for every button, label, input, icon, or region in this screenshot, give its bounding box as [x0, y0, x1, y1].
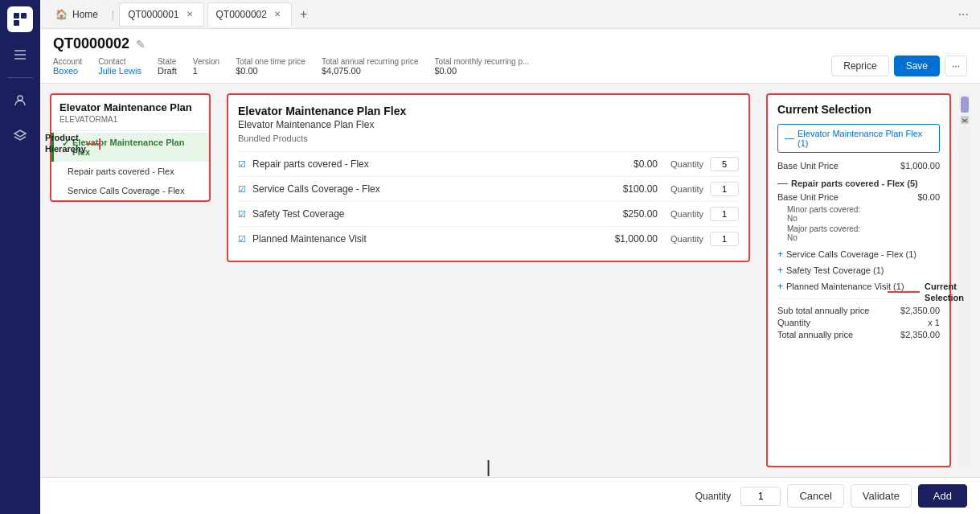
cs-repair-base-label: Base Unit Price: [777, 192, 839, 202]
option-row-repair: ☑ Repair parts covered - Flex $0.00 Quan…: [238, 151, 739, 176]
option-selection-panel: Elevator Maintenance Plan Flex Elevator …: [227, 93, 750, 262]
meta-arp-label: Total annual recurring price: [322, 57, 419, 66]
cs-main-label: Elevator Maintenance Plan Flex (1): [798, 129, 933, 148]
validate-button[interactable]: Validate: [851, 484, 912, 508]
sidebar-menu-icon[interactable]: [7, 42, 33, 68]
cs-repair-section: — Repair parts covered - Flex (5) Base U…: [777, 177, 940, 242]
option-qty-input-repair[interactable]: [710, 157, 739, 171]
meta-mrp: Total monthly recurring p... $0.00: [435, 57, 530, 76]
option-name-planned: Planned Maintenance Visit: [252, 233, 599, 245]
option-qty-label-safety: Quantity: [670, 209, 703, 219]
cs-expand-service[interactable]: + Service Calls Coverage - Flex (1): [777, 249, 940, 260]
cs-base-price-value: $1,000.00: [900, 161, 940, 171]
cs-minor-parts: Minor parts covered: No: [787, 205, 940, 223]
cs-repair-title: Repair parts covered - Flex (5): [791, 179, 918, 188]
add-button[interactable]: Add: [918, 484, 967, 508]
tab-home[interactable]: 🏠 Home: [47, 2, 107, 27]
hierarchy-divider: [51, 130, 209, 131]
content-area: Product Hierarchy Elevator Maintenance P…: [40, 84, 980, 477]
svg-rect-2: [14, 20, 19, 26]
hierarchy-flex-label: Elevator Maintenance Plan Flex: [72, 138, 201, 157]
tab-qt1-close[interactable]: ✕: [184, 9, 195, 20]
cs-subtotal-row: Sub total annually price $2,350.00: [777, 306, 940, 315]
option-qty-input-service[interactable]: [710, 182, 739, 196]
cs-title: Current Selection: [777, 103, 940, 116]
cs-total-label: Total annually price: [777, 330, 853, 339]
more-button[interactable]: ···: [945, 56, 967, 76]
cs-expand-planned-label: Planned Maintenance Visit (1): [786, 282, 904, 291]
tab-add-button[interactable]: +: [295, 6, 312, 23]
cs-qty-row: Quantity x 1: [777, 318, 940, 327]
meta-arp-value: $4,075.00: [322, 66, 419, 76]
option-qty-label-repair: Quantity: [670, 159, 703, 169]
meta-version: Version 1: [193, 57, 219, 76]
option-check-safety[interactable]: ☑: [238, 209, 246, 220]
option-check-planned[interactable]: ☑: [238, 234, 246, 245]
meta-contact: Contact Julie Lewis: [98, 57, 141, 76]
cs-qty-value: x 1: [928, 318, 940, 327]
hierarchy-service-label: Service Calls Coverage - Flex: [68, 186, 185, 195]
reprice-button[interactable]: Reprice: [831, 56, 888, 76]
bundled-label: Bundled Products: [238, 134, 739, 143]
footer: Quantity Cancel Validate Add: [40, 477, 980, 514]
footer-qty-input[interactable]: [740, 487, 781, 506]
edit-title-icon[interactable]: ✎: [136, 38, 146, 51]
tab-more-button[interactable]: ···: [953, 6, 974, 23]
meta-otp: Total one time price $0.00: [236, 57, 305, 76]
meta-otp-value: $0.00: [236, 66, 305, 76]
tab-separator-1: |: [112, 9, 114, 20]
option-check-repair[interactable]: ☑: [238, 159, 246, 170]
cancel-button[interactable]: Cancel: [787, 484, 843, 508]
meta-row: Account Boxeo Contact Julie Lewis State …: [53, 56, 967, 83]
option-row-planned: ☑ Planned Maintenance Visit $1,000.00 Qu…: [238, 226, 739, 251]
svg-point-7: [18, 96, 23, 101]
cs-plus-planned: +: [777, 281, 783, 292]
annotation-product-hierarchy: Product Hierarchy: [45, 132, 86, 155]
meta-account: Account Boxeo: [53, 57, 82, 76]
option-check-service[interactable]: ☑: [238, 184, 246, 195]
tab-qt2-close[interactable]: ✕: [272, 9, 283, 20]
option-name-repair: Repair parts covered - Flex: [252, 158, 599, 170]
svg-marker-8: [14, 130, 26, 137]
tab-qt2[interactable]: QT0000002 ✕: [207, 2, 292, 27]
tab-qt1-label: QT0000001: [128, 9, 178, 20]
main-area: 🏠 Home | QT0000001 ✕ QT0000002 ✕ + ··· Q…: [40, 0, 980, 514]
cs-total-value: $2,350.00: [900, 330, 940, 339]
hierarchy-title: Elevator Maintenance Plan: [51, 95, 209, 115]
option-row-service: ☑ Service Calls Coverage - Flex $100.00 …: [238, 176, 739, 201]
cs-plus-safety: +: [777, 265, 783, 276]
save-button[interactable]: Save: [894, 56, 940, 76]
sidebar-layers-icon[interactable]: [7, 123, 33, 149]
option-qty-input-planned[interactable]: [710, 232, 739, 246]
meta-arp: Total annual recurring price $4,075.00: [322, 57, 419, 76]
option-title: Elevator Maintenance Plan Flex: [238, 105, 739, 117]
meta-state-label: State: [158, 57, 177, 66]
option-price-safety: $250.00: [605, 208, 658, 220]
meta-state-value: Draft: [158, 66, 177, 76]
annotation-option-selection: Option Selection: [469, 460, 508, 477]
hierarchy-item-repair[interactable]: Repair parts covered - Flex: [51, 162, 209, 181]
annotation-current-selection: Current Selection: [888, 281, 964, 304]
footer-qty-label: Quantity: [695, 491, 732, 502]
tab-qt1[interactable]: QT0000001 ✕: [119, 2, 203, 27]
tab-qt2-label: QT0000002: [216, 9, 267, 20]
scroll-icon-pin[interactable]: [961, 116, 969, 124]
cs-qty-label: Quantity: [777, 318, 810, 327]
option-subtitle: Elevator Maintenance Plan Flex: [238, 119, 739, 130]
cs-repair-dash: —: [777, 177, 788, 189]
hierarchy-item-service[interactable]: Service Calls Coverage - Flex: [51, 181, 209, 200]
meta-state: State Draft: [158, 57, 177, 76]
meta-account-value[interactable]: Boxeo: [53, 66, 82, 76]
sidebar-user-icon[interactable]: [7, 88, 33, 113]
option-name-service: Service Calls Coverage - Flex: [252, 183, 599, 195]
scroll-thumb[interactable]: [961, 97, 969, 113]
app-logo[interactable]: [7, 6, 33, 32]
content-header: QT0000002 ✎ Account Boxeo Contact Julie …: [40, 29, 980, 84]
option-qty-input-safety[interactable]: [710, 207, 739, 221]
cs-main-item[interactable]: — Elevator Maintenance Plan Flex (1): [777, 124, 940, 153]
cs-expand-safety[interactable]: + Safety Test Coverage (1): [777, 265, 940, 276]
svg-rect-3: [21, 20, 27, 26]
cs-repair-base-value: $0.00: [917, 192, 940, 202]
meta-contact-value[interactable]: Julie Lewis: [98, 66, 141, 76]
option-qty-label-service: Quantity: [670, 184, 703, 194]
